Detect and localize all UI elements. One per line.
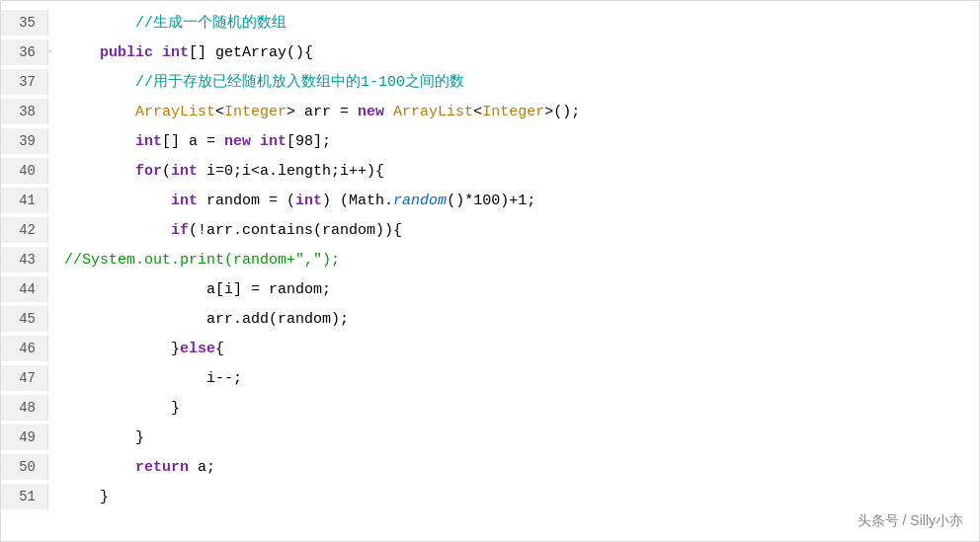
token-cls: Integer [224, 104, 286, 120]
token-plain: } [171, 400, 180, 417]
token-indent [64, 370, 206, 387]
code-line: 39 int[] a = new int[98]; [1, 127, 979, 157]
token-indent [64, 222, 171, 239]
code-content: } [64, 395, 979, 423]
token-kw: return [135, 459, 189, 476]
token-indent [64, 74, 135, 91]
line-arrow: ◦ [47, 44, 53, 60]
token-plain: a; [189, 459, 215, 476]
token-plain: arr.add(random); [206, 311, 349, 328]
token-plain: < [215, 104, 224, 120]
token-plain: > arr = [286, 104, 358, 120]
token-method: random [393, 193, 447, 209]
code-line: 49 } [1, 424, 979, 453]
line-number: 40 [1, 158, 48, 184]
token-cm-cn: //用于存放已经随机放入数组中的1-100之间的数 [135, 74, 464, 91]
code-content: } [64, 484, 979, 511]
code-line: 48 } [1, 394, 979, 424]
line-number: 36◦ [1, 39, 48, 65]
code-line: 50 return a; [1, 453, 979, 483]
token-plain: [] [189, 44, 215, 61]
token-kw: new [358, 104, 384, 120]
token-cls: ArrayList [135, 104, 215, 120]
token-indent [64, 489, 100, 505]
line-number: 49 [1, 425, 48, 450]
token-plain: ( [162, 163, 171, 180]
code-content: return a; [64, 454, 979, 482]
token-indent [64, 104, 135, 120]
code-line: 46 }else{ [1, 335, 979, 364]
code-content: i--; [64, 365, 979, 393]
token-kw: int [162, 44, 189, 61]
code-content: }else{ [64, 336, 979, 363]
token-indent [64, 429, 135, 446]
token-indent [64, 44, 100, 61]
token-plain: < [473, 104, 482, 120]
code-line: 38 ArrayList<Integer> arr = new ArrayLis… [1, 98, 979, 127]
token-indent [64, 281, 206, 298]
line-number: 51 [1, 484, 48, 509]
code-content: //生成一个随机的数组 [64, 10, 979, 38]
token-indent [64, 193, 171, 209]
code-line: 36◦ public int[] getArray(){ [1, 39, 979, 68]
line-number: 44 [1, 276, 48, 302]
line-number: 42 [1, 217, 48, 243]
token-plain: (){ [286, 44, 313, 61]
token-indent [64, 341, 171, 357]
token-plain: } [171, 341, 180, 357]
code-content: ArrayList<Integer> arr = new ArrayList<I… [64, 99, 979, 126]
token-cls: Integer [482, 104, 544, 120]
token-kw: int [295, 193, 322, 209]
token-plain: a[i] = random; [206, 281, 331, 298]
token-indent [64, 311, 206, 328]
code-line: 43//System.out.print(random+","); [1, 246, 979, 275]
code-content: } [64, 425, 979, 452]
line-number: 48 [1, 395, 48, 421]
code-line: 37 //用于存放已经随机放入数组中的1-100之间的数 [1, 68, 979, 98]
token-plain: ()*100)+1; [447, 193, 535, 209]
token-plain: random = ( [198, 193, 295, 209]
token-plain: i--; [206, 370, 242, 387]
code-line: 45 arr.add(random); [1, 305, 979, 335]
token-plain: [] a = [162, 133, 224, 150]
token-kw: int [135, 133, 162, 150]
token-plain: } [100, 489, 109, 505]
token-plain: (!arr.contains(random)){ [189, 222, 402, 239]
code-content: if(!arr.contains(random)){ [64, 217, 979, 245]
token-indent [64, 15, 135, 32]
code-content: public int[] getArray(){ [64, 39, 979, 67]
line-number: 46 [1, 336, 48, 361]
code-content: //System.out.print(random+","); [64, 247, 979, 274]
watermark: 头条号 / Silly小亦 [858, 509, 963, 531]
token-indent [64, 459, 135, 476]
line-number: 39 [1, 128, 48, 154]
code-content: a[i] = random; [64, 276, 979, 304]
token-comment-line: //System.out.print(random+","); [64, 252, 340, 269]
token-plain: >(); [544, 104, 580, 120]
code-line: 40 for(int i=0;i<a.length;i++){ [1, 157, 979, 187]
code-line: 42 if(!arr.contains(random)){ [1, 216, 979, 246]
token-cm-cn: //生成一个随机的数组 [135, 15, 286, 32]
token-plain [384, 104, 393, 120]
code-content: //用于存放已经随机放入数组中的1-100之间的数 [64, 69, 979, 97]
token-kw: int [171, 193, 198, 209]
code-line: 35 //生成一个随机的数组 [1, 9, 979, 39]
token-kw: else [180, 341, 215, 357]
code-line: 47 i--; [1, 364, 979, 394]
token-plain: [98]; [286, 133, 331, 150]
token-kw: int [260, 133, 286, 150]
token-kw: if [171, 222, 189, 239]
token-plain: i=0;i<a.length;i++){ [198, 163, 384, 180]
token-plain: { [215, 341, 224, 357]
token-plain [251, 133, 260, 150]
line-number: 38 [1, 99, 48, 124]
token-indent [64, 163, 135, 180]
token-kw: public [100, 44, 153, 61]
code-content: int[] a = new int[98]; [64, 128, 979, 156]
code-container: 35 //生成一个随机的数组36◦ public int[] getArray(… [0, 0, 980, 542]
token-kw: for [135, 163, 162, 180]
token-plain [153, 44, 162, 61]
token-indent [64, 133, 135, 150]
code-content: arr.add(random); [64, 306, 979, 334]
token-id: getArray [215, 44, 286, 61]
